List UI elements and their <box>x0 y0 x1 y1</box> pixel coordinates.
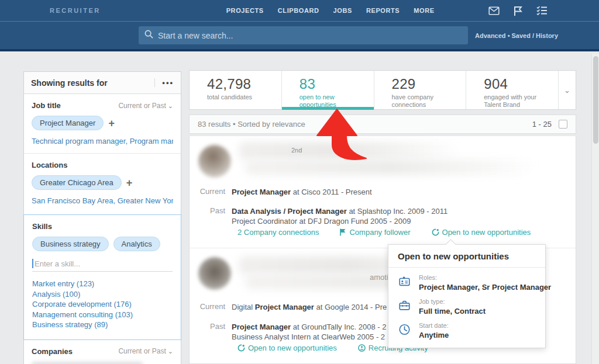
candidate-avatar[interactable] <box>198 257 231 290</box>
stat-value: 229 <box>392 76 466 92</box>
past-label: Past <box>190 322 232 332</box>
current-position: Digital Project Manager at Google 2014 -… <box>232 302 387 312</box>
tooltip-roles-row: Roles: Project Manager, Sr Project Manag… <box>388 268 545 292</box>
candidate-row[interactable]: 2nd Current Project Manager at Cisco 201… <box>190 136 576 248</box>
filters-header: Showing results for ••• <box>24 72 181 94</box>
nav-item-jobs[interactable]: JOBS <box>333 7 352 14</box>
results-summary: 83 results • Sorted by relevance <box>198 120 305 129</box>
nav-item-more[interactable]: MORE <box>414 7 434 14</box>
recruiting-activity-icon <box>358 344 366 352</box>
select-all-checkbox[interactable] <box>559 120 567 129</box>
id-badge-icon <box>398 274 412 292</box>
startdate-value: Anytime <box>419 331 449 339</box>
current-position: Project Manager at Cisco 2011 - Present <box>232 187 372 197</box>
jobtype-label: Job type: <box>419 298 486 305</box>
skill-suggestion-link[interactable]: Market entry (123) <box>32 279 173 289</box>
search-row: Advanced • Saved / History <box>0 22 599 49</box>
search-box[interactable] <box>139 26 468 44</box>
job-title-suggestions-link[interactable]: Technical program manager, Program mana.… <box>32 137 173 145</box>
results-toolbar: 83 results • Sorted by relevance 1 - 25 <box>189 115 576 134</box>
skill-suggestion-link[interactable]: Analysis (100) <box>32 289 173 300</box>
past-position: Project Manager at GroundTally Inc. 2008… <box>232 322 386 332</box>
top-navigation-bar: RECRUITER PROJECTS CLIPBOARD JOBS REPORT… <box>0 0 599 51</box>
search-icon <box>144 30 153 41</box>
roles-label: Roles: <box>419 274 551 281</box>
skill-suggestion-link[interactable]: Corporate development (176) <box>32 299 173 310</box>
stat-label: engaged with your Talent Brand <box>484 93 558 108</box>
jobtype-value: Full time, Contract <box>419 307 486 316</box>
past-position: Business Analyst Intern at ClearWeb 2005… <box>232 332 385 342</box>
tab-talent-brand[interactable]: 904 engaged with your Talent Brand <box>466 71 558 109</box>
open-to-opportunities-link[interactable]: Open to new opportunities <box>432 228 531 237</box>
briefcase-icon <box>398 298 412 316</box>
company-connections-link[interactable]: 2 Company connections <box>237 228 319 237</box>
tooltip-startdate-row: Start date: Anytime <box>388 316 545 348</box>
nav-menu: PROJECTS CLIPBOARD JOBS REPORTS MORE <box>226 7 435 14</box>
companies-filter: Companies Current or Past⌄ <box>24 340 181 364</box>
company-follower-link[interactable]: Company follower <box>340 228 410 237</box>
stat-value: 904 <box>484 76 558 92</box>
text-cursor <box>32 259 33 268</box>
clock-icon <box>398 322 412 339</box>
location-suggestions-link[interactable]: San Francisco Bay Area, Greater New York… <box>32 196 173 205</box>
scrollbar-track[interactable] <box>591 54 599 364</box>
recruiter-logo[interactable]: RECRUITER <box>50 7 101 14</box>
skills-label: Skills <box>32 222 52 231</box>
nav-item-projects[interactable]: PROJECTS <box>226 7 264 14</box>
candidate-avatar[interactable] <box>198 145 231 178</box>
skill-suggestions: Market entry (123) Analysis (100) Corpor… <box>32 279 173 330</box>
roles-value: Project Manager, Sr Project Manager <box>419 283 551 292</box>
add-job-title-button[interactable]: + <box>108 118 115 129</box>
search-filters-panel: Showing results for ••• Job title Curren… <box>23 71 181 364</box>
skill-suggestion-link[interactable]: Business strategy (89) <box>32 320 173 330</box>
location-pill[interactable]: Greater Chicago Area <box>32 175 122 190</box>
scrollbar-thumb[interactable] <box>593 56 598 144</box>
tab-company-connections[interactable]: 229 have company connections <box>374 71 466 109</box>
tooltip-title: Open to new opportunities <box>388 245 545 268</box>
chevron-down-icon: ⌄ <box>168 348 173 355</box>
mail-icon[interactable] <box>488 6 500 15</box>
flag-icon[interactable] <box>514 6 522 16</box>
open-to-opportunities-tooltip: Open to new opportunities Roles: Project… <box>388 244 546 348</box>
redacted-row-blur <box>32 362 143 364</box>
stat-value: 83 <box>300 76 374 92</box>
connection-degree-badge: 2nd <box>291 147 302 154</box>
job-title-pill[interactable]: Project Manager <box>32 116 104 130</box>
past-position: Project Coordinator at DFJ Dragon Fund 2… <box>232 216 411 226</box>
nav-icons <box>488 6 548 16</box>
open-to-opportunities-link[interactable]: Open to new opportunities <box>237 344 337 352</box>
candidate-stats-tabs: 42,798 total candidates 83 open to new o… <box>189 70 576 110</box>
overflow-menu-icon[interactable]: ••• <box>154 78 174 87</box>
tab-open-to-new-opportunities[interactable]: 83 open to new opportunities <box>281 71 374 109</box>
skill-pill[interactable]: Analytics <box>113 237 160 251</box>
filters-title: Showing results for <box>31 78 108 88</box>
skills-filter-active: Skills Business strategy Analytics Marke… <box>23 214 181 340</box>
advanced-saved-history-links[interactable]: Advanced • Saved / History <box>475 32 558 39</box>
add-location-button[interactable]: + <box>126 178 133 188</box>
stat-label: total candidates <box>207 93 281 101</box>
stat-label: have company connections <box>392 93 466 108</box>
current-label: Current <box>190 187 232 197</box>
job-title-filter: Job title Current or Past⌄ Project Manag… <box>24 94 181 154</box>
skill-input[interactable] <box>32 259 173 268</box>
flag-icon <box>340 228 346 236</box>
open-to-opportunities-icon <box>237 344 245 352</box>
tab-total-candidates[interactable]: 42,798 total candidates <box>190 71 281 109</box>
companies-scope-dropdown[interactable]: Current or Past⌄ <box>118 347 173 355</box>
past-label: Past <box>190 206 232 216</box>
redacted-headline-blur <box>245 160 538 175</box>
job-title-scope-dropdown[interactable]: Current or Past⌄ <box>118 102 173 110</box>
checklist-icon[interactable] <box>536 6 548 15</box>
past-position: Data Analysis / Project Manager at Splas… <box>232 206 447 216</box>
stats-collapse-chevron[interactable]: ⌄ <box>558 71 576 109</box>
nav-item-clipboard[interactable]: CLIPBOARD <box>278 7 319 14</box>
nav-item-reports[interactable]: REPORTS <box>366 7 400 14</box>
skill-suggestion-link[interactable]: Management consulting (103) <box>32 310 173 320</box>
current-label: Current <box>190 302 232 312</box>
search-input[interactable] <box>158 31 462 40</box>
stat-value: 42,798 <box>207 76 281 92</box>
startdate-label: Start date: <box>419 322 449 329</box>
chevron-down-icon: ⌄ <box>168 102 173 109</box>
nav-row: RECRUITER PROJECTS CLIPBOARD JOBS REPORT… <box>0 0 599 22</box>
skill-pill[interactable]: Business strategy <box>32 237 109 251</box>
